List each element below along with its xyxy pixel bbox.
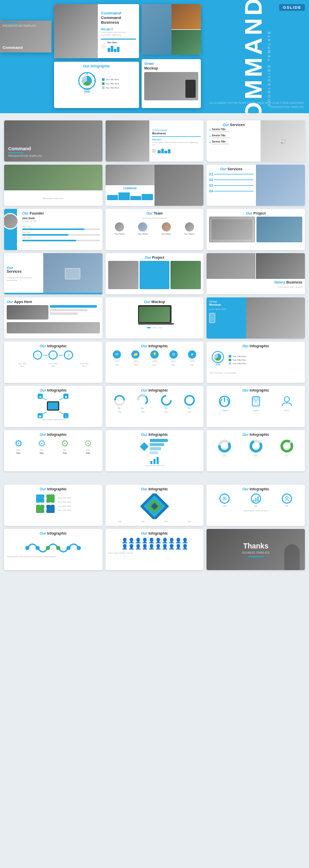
slide-thumb-infographic-10[interactable]: Our Infographic [4, 485, 102, 526]
power-icon [218, 395, 231, 408]
command-title: COMMAND [242, 0, 265, 113]
slides-row-3: Our Founder John Smith Founder & CEO Ski… [4, 209, 305, 250]
slide-thumb-infographic-9[interactable]: Our Infographic 20% 70 [207, 430, 305, 471]
slides-row-9: Our Infographic [4, 485, 305, 526]
chart-bar-icon [149, 456, 160, 464]
hero-slide-mockup: Great Mockup [142, 59, 201, 108]
svg-rect-42 [258, 497, 259, 502]
slide-thumb-mockup[interactable]: Our Mockup [106, 297, 204, 339]
slide-thumb-infographic-5[interactable]: Our Infographic ▷ ▷ [106, 386, 204, 427]
slides-row-1: Command PRESENTATION TEMPLATE Command Bu… [4, 120, 305, 162]
svg-rect-8 [215, 362, 220, 363]
slides-row-4: OurServices Lorem ipsum dolor sit amet c… [4, 253, 305, 294]
svg-point-33 [49, 502, 52, 505]
slide-thumb-project-2[interactable]: Our Project [106, 253, 204, 294]
hero-slide-cover: Command PRESENTATION TEMPLATE [0, 21, 52, 52]
half-circle-1 [114, 395, 125, 406]
project-title-1: Our Project [209, 211, 302, 215]
svg-rect-41 [255, 498, 256, 502]
svg-point-32 [44, 507, 47, 510]
hero-slide-photo [142, 4, 201, 55]
slide-thumb-services-1[interactable]: Our Services ● Service Title Lorem ipsum… [207, 120, 305, 162]
infographic-10-title: Our Infographic [7, 487, 100, 491]
infographic-4-title: Our Infographic [7, 388, 100, 392]
slide-thumb-apps[interactable]: Our Apps Here [4, 297, 102, 339]
svg-rect-18 [153, 459, 156, 464]
svg-rect-19 [157, 457, 159, 464]
half-circle-3 [161, 395, 172, 406]
svg-point-16 [284, 397, 289, 402]
slide-thumb-thanks[interactable]: Thanks BUSINESS TEMPLATE [207, 529, 305, 570]
infographic-9-title: Our Infographic [209, 433, 302, 436]
svg-point-44 [25, 546, 29, 550]
slide-thumb-infographic-3[interactable]: Our Infographic Your Titl [207, 342, 305, 383]
slide-thumb-infographic-8[interactable]: Our Infographic [106, 430, 204, 471]
slide-thumb-photo-1[interactable]: Marketing content here [4, 165, 102, 206]
slide-thumb-infographic-2[interactable]: Our Infographic ✉ Label 📁 Label 💡 Label [106, 342, 204, 383]
slides-overview: Command PRESENTATION TEMPLATE Command Bu… [0, 113, 309, 578]
svg-point-12 [185, 396, 194, 405]
infographic-3-title: Our Infographic [209, 344, 302, 348]
services-title-1: Our Services [209, 123, 258, 127]
slide-thumb-founder[interactable]: Our Founder John Smith Founder & CEO Ski… [4, 209, 102, 250]
gear-small-icon [221, 495, 228, 502]
slide-thumb-infographic-12[interactable]: Our Infographic Title [207, 485, 305, 526]
svg-point-45 [36, 546, 40, 550]
donut-2 [249, 439, 263, 453]
svg-point-31 [39, 502, 42, 505]
command-subtitle: GOOGLESLIDE TEMPLATE [267, 30, 271, 107]
slide-cover-title: Command [8, 146, 42, 151]
slide-thumb-business[interactable]: Command Business PROJECT Lorem ipsum dol… [106, 120, 204, 162]
thanks-subtitle: BUSINESS TEMPLATE [242, 551, 269, 554]
slide-thumb-team[interactable]: Our Team Lorem ipsum dolor sit amet Your… [106, 209, 204, 250]
slide-thumb-infographic-6[interactable]: Our Infographic Finance [207, 386, 305, 427]
slide-thumb-infographic-14[interactable]: Our Infographic 👤 👤 👤 👤 👤 👤 👤 👤 👤 👤 [106, 529, 204, 570]
slide-thumb-cover[interactable]: Command PRESENTATION TEMPLATE [4, 120, 102, 162]
slide-thumb-infographic-1[interactable]: Our Infographic 1 2 3 Your TitleHere You… [4, 342, 102, 383]
hourglass-icon [249, 395, 263, 408]
chart-small-icon [253, 495, 259, 502]
gslide-badge: GSLIDE [279, 4, 305, 11]
infographic-2-title: Our Infographic [108, 344, 201, 348]
infographic-14-title: Our Infographic [108, 532, 201, 535]
hero-branding: GSLIDE COMMAND GOOGLESLIDE TEMPLATE ALL … [203, 0, 309, 113]
slide-thumb-project-1[interactable]: Our Project [207, 209, 305, 250]
svg-rect-2 [84, 91, 90, 93]
slide-thumb-infographic-7[interactable]: Our Infographic ⚙ 60% Title ⚙ 10% Title … [4, 430, 102, 471]
svg-rect-29 [46, 505, 55, 513]
slide-thumb-infographic-11[interactable]: Our Infographic Title Title [106, 485, 204, 526]
slides-row-7: Our Infographic ◈ ◆ ▣ ◇ [4, 386, 305, 427]
puzzle-icon [35, 493, 56, 514]
slide-thumb-gallery[interactable]: Galery Business Lorem ipsum dolor sit am… [207, 253, 305, 294]
bottom-padding [4, 573, 305, 578]
slide-thumb-chart[interactable]: COMMAND [106, 165, 204, 206]
hero-section: Command PRESENTATION TEMPLATE Command Co… [0, 0, 309, 113]
svg-rect-15 [252, 397, 260, 401]
wave-icon [25, 538, 81, 553]
hero-slide-business: Command Command Business PROJECT Lorem i… [54, 4, 139, 58]
svg-point-43 [285, 497, 288, 499]
slides-row-5: Our Apps Here Our Mockup [4, 297, 305, 339]
brand-text-group: COMMAND GOOGLESLIDE TEMPLATE [242, 18, 271, 113]
svg-rect-9 [215, 364, 220, 365]
donut-1 [217, 439, 232, 453]
diamond-layers-icon [141, 493, 169, 519]
slide-thumb-services-tablet[interactable]: OurServices Lorem ipsum dolor sit amet c… [4, 253, 102, 294]
slide-thumb-infographic-13[interactable]: Our Infographic Lorem ipsum dolor sit am… [4, 529, 102, 570]
infographic-5-title: Our Infographic [108, 388, 201, 392]
infographic-8-title: Our Infographic [108, 433, 201, 436]
svg-point-39 [224, 498, 225, 499]
svg-point-49 [77, 546, 81, 550]
apps-title: Our Apps Here [7, 300, 100, 304]
services-title-2: Our Services [209, 167, 253, 171]
business-title-2: Business [152, 132, 201, 135]
slides-row-8: Our Infographic ⚙ 60% Title ⚙ 10% Title … [4, 430, 305, 471]
slide-thumb-infographic-4[interactable]: Our Infographic ◈ ◆ ▣ ◇ [4, 386, 102, 427]
team-title: Our Team [108, 211, 201, 215]
founder-title: Our Founder [22, 211, 100, 215]
infographic-12-title: Our Infographic [209, 487, 302, 491]
hero-slide-infographic: Our Infographic [54, 62, 139, 108]
slide-thumb-services-2[interactable]: Our Services 01 02 03 [207, 165, 305, 206]
slide-thumb-great-mockup[interactable]: Great Mockup Lorem ipsum dolor [207, 297, 305, 339]
project-title-2: Our Project [108, 256, 201, 259]
